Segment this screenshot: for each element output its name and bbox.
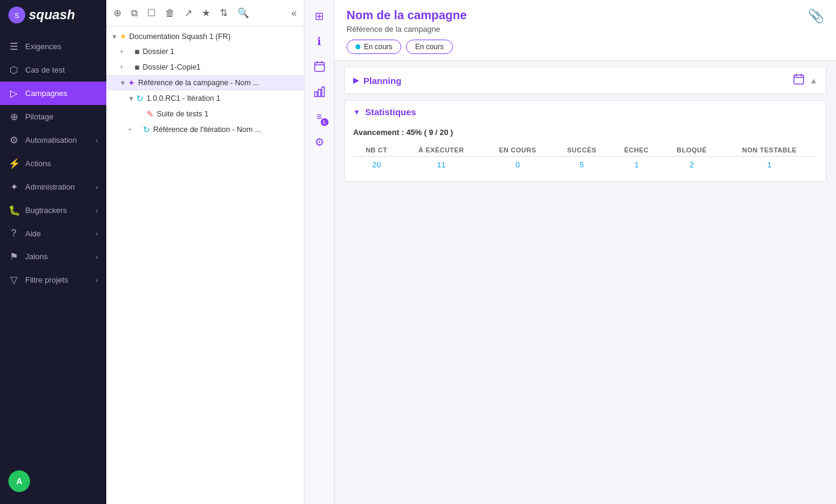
aide-nav-label: Aide bbox=[25, 229, 41, 238]
tree-node-dossier1-copie1[interactable]: + ■ Dossier 1-Copie1 bbox=[106, 59, 304, 75]
stat-nb-ct: 20 bbox=[353, 157, 400, 173]
folder-copie-icon: ■ bbox=[135, 62, 139, 72]
status-active-label: En cours bbox=[364, 43, 392, 51]
status-row: En cours En cours bbox=[347, 40, 467, 54]
sidebar-item-administration[interactable]: ✦ Administration › bbox=[0, 175, 106, 199]
stat-bloque: 2 bbox=[662, 157, 721, 173]
svg-rect-7 bbox=[794, 75, 804, 84]
delete-icon[interactable]: 🗑 bbox=[163, 5, 177, 21]
statistics-title: ▼ Statistiques bbox=[353, 107, 416, 117]
logo-area: s squash bbox=[0, 0, 106, 30]
planning-chevron-icon: ▶ bbox=[353, 76, 359, 85]
statistics-header[interactable]: ▼ Statistiques bbox=[345, 101, 826, 123]
status-en-cours-inactive[interactable]: En cours bbox=[406, 40, 452, 54]
tree-root[interactable]: ▼ ★ Documentation Squash 1 (FR) bbox=[106, 29, 304, 44]
sidebar-item-pilotage[interactable]: ⊕ Pilotage bbox=[0, 105, 106, 128]
add-iteration2-icon[interactable]: + bbox=[128, 125, 132, 134]
sidebar-item-cas-de-test[interactable]: ⬡ Cas de test bbox=[0, 58, 106, 82]
status-inactive-label: En cours bbox=[415, 43, 443, 51]
expand-root-icon: ▼ bbox=[111, 33, 120, 40]
expand-iteration1-icon: ▼ bbox=[128, 95, 136, 102]
stat-header-succes: SUCCÈS bbox=[553, 144, 611, 157]
sidebar: s squash ☰ Exigences ⬡ Cas de test ▷ Cam… bbox=[0, 0, 106, 504]
add-icon[interactable]: ⊕ bbox=[111, 5, 124, 21]
jalons-nav-label: Jalons bbox=[25, 252, 48, 261]
bugtrackers-arrow-icon: › bbox=[95, 207, 98, 214]
stat-header-row: NB CT À EXÉCUTER EN COURS SUCCÈS ÉCHEC B… bbox=[353, 144, 817, 157]
automatisation-nav-label: Automatisation bbox=[25, 136, 77, 145]
user-avatar[interactable]: A bbox=[8, 470, 30, 492]
stat-header-en-cours: EN COURS bbox=[482, 144, 553, 157]
tree-node-iteration1[interactable]: ▼ ↻ 1.0.0.RC1 - Itération 1 bbox=[106, 91, 304, 106]
iteration2-icon: ↻ bbox=[143, 125, 150, 134]
stat-succes: 5 bbox=[553, 157, 611, 173]
list-panel-icon[interactable]: ≡ 5 bbox=[308, 106, 331, 128]
bugtrackers-nav-label: Bugtrackers bbox=[25, 206, 67, 215]
root-star-icon: ★ bbox=[120, 32, 127, 41]
calendar-panel-icon[interactable] bbox=[308, 55, 331, 78]
side-panel-icons: ⊞ ℹ ≡ 5 ⚙ bbox=[304, 0, 335, 504]
stat-data-row: 20 11 0 5 1 2 1 bbox=[353, 157, 817, 173]
settings-panel-icon[interactable]: ⚙ bbox=[308, 131, 331, 154]
suite1-label: Suite de tests 1 bbox=[157, 110, 299, 118]
sidebar-item-filtre-projets[interactable]: ▽ Filtre projets › bbox=[0, 268, 106, 292]
chart-panel-icon[interactable] bbox=[308, 80, 331, 103]
stat-header-non-testable: NON TESTABLE bbox=[721, 144, 817, 157]
statistics-content: Avancement : 45% ( 9 / 20 ) NB CT À EXÉC… bbox=[345, 123, 826, 181]
exigences-nav-label: Exigences bbox=[25, 42, 61, 51]
actions-nav-icon: ⚡ bbox=[8, 158, 19, 169]
copy-icon[interactable]: ⧉ bbox=[129, 5, 140, 21]
jalons-arrow-icon: › bbox=[95, 253, 98, 260]
aide-arrow-icon: › bbox=[95, 230, 98, 237]
status-en-cours-active[interactable]: En cours bbox=[347, 40, 401, 54]
planning-calendar-icon[interactable] bbox=[793, 73, 805, 88]
sidebar-item-jalons[interactable]: ⚑ Jalons › bbox=[0, 245, 106, 268]
tree-node-dossier1[interactable]: + ■ Dossier 1 bbox=[106, 44, 304, 59]
planning-header[interactable]: ▶ Planning ▲ bbox=[345, 67, 826, 94]
svg-rect-0 bbox=[315, 62, 324, 71]
svg-rect-6 bbox=[322, 87, 324, 97]
add-dossier-copie-icon[interactable]: + bbox=[120, 63, 124, 71]
sidebar-bottom: A bbox=[0, 464, 106, 504]
star-icon[interactable]: ★ bbox=[199, 5, 213, 21]
campagnes-nav-icon: ▷ bbox=[8, 88, 19, 99]
stat-a-executer: 11 bbox=[400, 157, 482, 173]
dossier1-label: Dossier 1 bbox=[142, 47, 299, 56]
collapse-tree-icon[interactable]: « bbox=[289, 5, 299, 20]
tree-toolbar: ⊕ ⧉ ☐ 🗑 ↗ ★ ⇅ 🔍 « bbox=[106, 0, 304, 26]
filtre-projets-nav-icon: ▽ bbox=[8, 274, 19, 286]
campagnes-nav-label: Campagnes bbox=[25, 89, 67, 98]
statistics-table: NB CT À EXÉCUTER EN COURS SUCCÈS ÉCHEC B… bbox=[353, 144, 817, 173]
grid-panel-icon[interactable]: ⊞ bbox=[308, 5, 331, 28]
sidebar-item-bugtrackers[interactable]: 🐛 Bugtrackers › bbox=[0, 199, 106, 222]
tree-node-campaign[interactable]: ▼ ✦ Référence de la campagne - Nom ... bbox=[106, 75, 304, 91]
stat-header-nb-ct: NB CT bbox=[353, 144, 400, 157]
sidebar-item-aide[interactable]: ? Aide › bbox=[0, 222, 106, 245]
tree-node-suite1[interactable]: ✎ Suite de tests 1 bbox=[106, 106, 304, 122]
folder-icon[interactable]: ☐ bbox=[145, 5, 158, 21]
stat-en-cours: 0 bbox=[482, 157, 553, 173]
sidebar-item-automatisation[interactable]: ⚙ Automatisation › bbox=[0, 128, 106, 152]
sidebar-item-actions[interactable]: ⚡ Actions bbox=[0, 152, 106, 175]
info-panel-icon[interactable]: ℹ bbox=[308, 30, 331, 53]
stat-echec: 1 bbox=[611, 157, 662, 173]
campaign-icon: ✦ bbox=[128, 78, 135, 88]
avancement-label: Avancement : bbox=[353, 128, 404, 137]
search-icon[interactable]: 🔍 bbox=[235, 5, 252, 21]
statistics-section: ▼ Statistiques Avancement : 45% ( 9 / 20… bbox=[344, 100, 826, 182]
export-icon[interactable]: ↗ bbox=[182, 5, 195, 21]
suite1-icon: ✎ bbox=[147, 109, 154, 119]
dossier1-copie-label: Dossier 1-Copie1 bbox=[142, 63, 299, 71]
sidebar-item-campagnes[interactable]: ▷ Campagnes bbox=[0, 82, 106, 105]
tree-node-iteration2[interactable]: + ↻ Référence de l'itération - Nom ... bbox=[106, 122, 304, 137]
content-area: ▶ Planning ▲ bbox=[335, 61, 836, 504]
campaign-ref: Référence de la campagne bbox=[347, 25, 467, 34]
planning-collapse-icon[interactable]: ▲ bbox=[810, 76, 817, 85]
stat-non-testable: 1 bbox=[721, 157, 817, 173]
cas-de-test-nav-icon: ⬡ bbox=[8, 64, 19, 76]
sidebar-nav: ☰ Exigences ⬡ Cas de test ▷ Campagnes ⊕ … bbox=[0, 30, 106, 464]
sort-icon[interactable]: ⇅ bbox=[217, 5, 230, 21]
paperclip-btn[interactable]: 📎 bbox=[808, 8, 824, 24]
add-dossier1-icon[interactable]: + bbox=[120, 47, 124, 56]
sidebar-item-exigences[interactable]: ☰ Exigences bbox=[0, 35, 106, 58]
